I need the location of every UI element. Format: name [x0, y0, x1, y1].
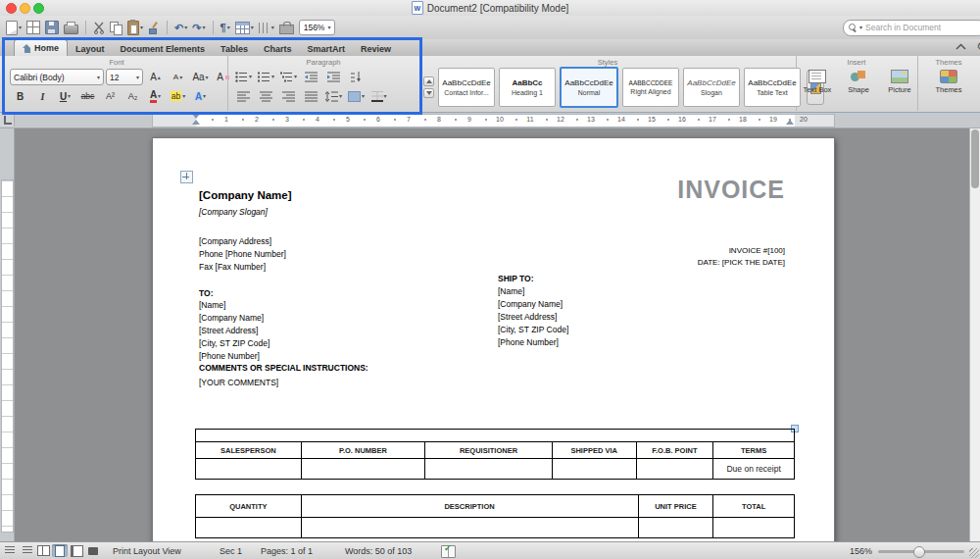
style-heading-1[interactable]: AaBbCcHeading 1: [499, 68, 556, 107]
themes-button[interactable]: Themes: [929, 70, 968, 94]
decrease-indent-button[interactable]: [301, 69, 321, 84]
header-cell[interactable]: SHIPPED VIA: [552, 442, 636, 458]
ship-to-line[interactable]: [Name]: [498, 286, 524, 296]
table-cell[interactable]: [196, 518, 301, 537]
document-canvas[interactable]: [Company Name] [Company Slogan] INVOICE …: [14, 127, 970, 542]
company-name-text[interactable]: [Company Name]: [199, 189, 292, 201]
table-header-row[interactable]: QUANTITY DESCRIPTION UNIT PRICE TOTAL: [196, 495, 794, 517]
tab-document-elements[interactable]: Document Elements: [113, 41, 214, 56]
table-cell[interactable]: [301, 518, 638, 537]
table-cell[interactable]: [196, 459, 301, 479]
text-box-button[interactable]: Text Box: [798, 70, 837, 94]
paste-button[interactable]: ▾: [127, 21, 143, 35]
table-cell[interactable]: Due on receipt: [712, 459, 794, 479]
ship-to-line[interactable]: [Street Address]: [498, 312, 557, 322]
ship-to-label[interactable]: SHIP TO:: [498, 274, 534, 283]
comments-label[interactable]: COMMENTS OR SPECIAL INSTRUCTIONS:: [199, 363, 368, 373]
underline-button[interactable]: U▾: [55, 88, 75, 104]
collapse-ribbon-button[interactable]: [956, 43, 966, 50]
to-label[interactable]: TO:: [199, 288, 213, 298]
words-label[interactable]: Words: 50 of 103: [345, 546, 412, 556]
header-cell[interactable]: TERMS: [712, 442, 794, 458]
notebook-layout-button[interactable]: [69, 544, 84, 557]
table-cell[interactable]: [301, 459, 425, 479]
to-line[interactable]: [Street Address]: [199, 326, 258, 335]
header-cell[interactable]: QUANTITY: [196, 495, 301, 517]
header-cell[interactable]: P.O. NUMBER: [301, 442, 425, 458]
header-cell[interactable]: SALESPERSON: [196, 442, 301, 458]
style-normal[interactable]: AaBbCcDdEeNormal: [560, 67, 618, 108]
to-line[interactable]: [City, ST ZIP Code]: [199, 338, 270, 348]
publishing-layout-button[interactable]: [35, 544, 51, 557]
first-line-indent-marker[interactable]: [192, 114, 200, 119]
to-line[interactable]: [Company Name]: [199, 313, 264, 323]
table-row[interactable]: [196, 430, 794, 441]
gallery-scroll-down-button[interactable]: [423, 88, 434, 98]
to-line[interactable]: [Phone Number]: [199, 351, 260, 361]
horizontal-ruler[interactable]: 1234567891011121314151617181920: [0, 112, 980, 128]
italic-button[interactable]: I: [32, 88, 53, 104]
text-effects-button[interactable]: A▾: [190, 88, 211, 104]
align-center-button[interactable]: [256, 88, 276, 104]
font-color-button[interactable]: A▾: [145, 88, 166, 104]
picture-button[interactable]: Picture: [880, 70, 919, 94]
order-info-table[interactable]: SALESPERSON P.O. NUMBER REQUISITIONER SH…: [195, 429, 795, 480]
tab-review[interactable]: Review: [353, 41, 399, 56]
pages-label[interactable]: Pages: 1 of 1: [261, 546, 313, 556]
to-line[interactable]: [Name]: [199, 300, 225, 310]
scrollbar-thumb[interactable]: [971, 129, 979, 188]
fax-text[interactable]: Fax [Fax Number]: [199, 262, 266, 272]
bold-button[interactable]: B: [10, 88, 30, 104]
table-move-handle[interactable]: [180, 171, 193, 183]
style-table-text[interactable]: AaBbCcDdEeTable Text: [744, 68, 801, 107]
vertical-ruler[interactable]: [0, 127, 15, 542]
shading-button[interactable]: ▾: [346, 88, 367, 104]
copy-button[interactable]: [110, 22, 122, 34]
highlight-button[interactable]: ab▾: [168, 88, 188, 104]
style-contact-info[interactable]: AaBbCcDdEeContact Infor...: [438, 68, 495, 107]
undo-button[interactable]: ↶▾: [174, 23, 187, 33]
sort-button[interactable]: [346, 69, 367, 84]
ship-to-line[interactable]: [Company Name]: [498, 299, 563, 309]
table-cell[interactable]: [552, 459, 636, 479]
tab-selector[interactable]: [0, 112, 15, 127]
bullets-button[interactable]: ▾: [233, 69, 254, 84]
document-page[interactable]: [Company Name] [Company Slogan] INVOICE …: [152, 137, 835, 542]
invoice-title[interactable]: INVOICE: [677, 176, 785, 204]
header-cell[interactable]: DESCRIPTION: [301, 495, 638, 517]
media-browser-button[interactable]: [279, 21, 294, 34]
tab-tables[interactable]: Tables: [213, 41, 256, 56]
vertical-scrollbar[interactable]: [969, 127, 980, 542]
gear-icon[interactable]: ⚙: [976, 41, 980, 52]
style-right-aligned[interactable]: AABBCCDDEERight Aligned: [622, 68, 679, 107]
font-name-combobox[interactable]: Calibri (Body)▾: [10, 69, 104, 85]
redo-button[interactable]: ↷▾: [192, 23, 205, 33]
gallery-button[interactable]: [26, 21, 40, 34]
save-button[interactable]: [45, 21, 59, 34]
shape-button[interactable]: Shape: [839, 71, 878, 94]
table-cell[interactable]: [712, 518, 794, 537]
tab-charts[interactable]: Charts: [256, 41, 300, 56]
cut-button[interactable]: [93, 22, 105, 34]
format-painter-button[interactable]: [148, 22, 160, 34]
align-right-button[interactable]: [278, 88, 299, 104]
subscript-button[interactable]: A₂: [122, 88, 143, 104]
change-case-button[interactable]: Aa▾: [190, 70, 211, 85]
line-spacing-button[interactable]: ▾: [323, 88, 344, 104]
header-cell[interactable]: UNIT PRICE: [638, 495, 713, 517]
columns-button[interactable]: ▾: [259, 23, 274, 33]
line-items-table[interactable]: QUANTITY DESCRIPTION UNIT PRICE TOTAL: [195, 494, 795, 538]
comments-text[interactable]: [YOUR COMMENTS]: [199, 378, 278, 387]
borders-button[interactable]: ▾: [368, 88, 389, 104]
numbering-button[interactable]: ▾: [256, 69, 276, 84]
zoom-slider-knob[interactable]: [913, 546, 925, 558]
tab-smartart[interactable]: SmartArt: [299, 41, 353, 56]
table-cell[interactable]: [636, 459, 713, 479]
increase-indent-button[interactable]: [323, 69, 344, 84]
multilevel-list-button[interactable]: ▾: [278, 69, 299, 84]
ship-to-line[interactable]: [Phone Number]: [498, 337, 559, 347]
company-address-text[interactable]: [Company Address]: [199, 236, 271, 246]
style-slogan[interactable]: AaBbCcDdEeSlogan: [683, 68, 740, 107]
left-indent-marker[interactable]: [192, 120, 200, 125]
search-field[interactable]: ▾ Search in Document: [843, 20, 980, 36]
